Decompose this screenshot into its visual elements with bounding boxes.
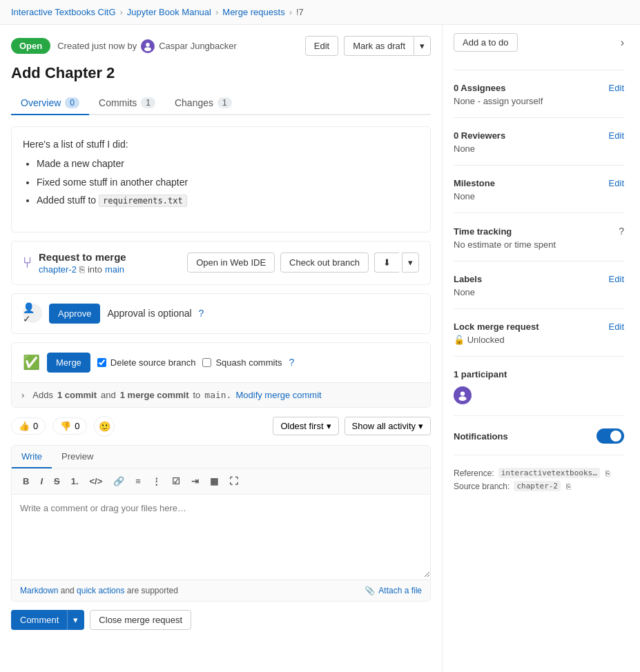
task-list-button[interactable]: ☑: [168, 474, 184, 488]
unordered-list-button[interactable]: ≡: [131, 474, 145, 488]
expand-button[interactable]: ›: [621, 37, 624, 49]
merge-info: Request to merge chapter-2 ⎘ into main: [39, 251, 126, 275]
request-to-merge-card: ⑂ Request to merge chapter-2 ⎘ into main…: [11, 241, 431, 285]
open-web-ide-button[interactable]: Open in Web IDE: [187, 253, 275, 273]
time-tracking-help-icon[interactable]: ?: [619, 226, 624, 237]
copy-source-branch-button[interactable]: ⎘: [565, 482, 572, 491]
lock-merge-section: Lock merge request Edit 🔓 Unlocked: [454, 322, 624, 357]
approval-help-icon[interactable]: ?: [199, 308, 204, 319]
check-out-branch-button[interactable]: Check out branch: [280, 253, 369, 273]
tab-commits[interactable]: Commits 1: [89, 92, 165, 115]
merge-body: ✅ Merge Delete source branch Squash comm…: [12, 343, 430, 382]
author-avatar: [141, 39, 155, 53]
write-tab[interactable]: Write: [12, 446, 52, 468]
time-tracking-section: Time tracking ? No estimate or time spen…: [454, 226, 624, 261]
attach-file-button[interactable]: 📎 Attach a file: [365, 586, 422, 595]
comment-textarea[interactable]: [12, 495, 430, 577]
numbered-list-button[interactable]: ⋮: [148, 474, 165, 488]
strikethrough-button[interactable]: S: [50, 474, 64, 488]
show-all-activity-chevron: ▾: [418, 421, 423, 431]
reference-value: interactivetextbooks…: [498, 468, 600, 478]
editor-tabs: Write Preview: [12, 446, 430, 468]
thumbs-up-button[interactable]: 👍 0: [11, 417, 46, 435]
breadcrumb-sep-3: ›: [289, 7, 292, 17]
quick-actions-link[interactable]: quick actions: [77, 586, 124, 595]
source-branch-label: Source branch:: [454, 482, 510, 491]
breadcrumb-org[interactable]: Interactive Textbooks CitG: [11, 7, 116, 17]
tab-overview[interactable]: Overview 0: [11, 92, 89, 115]
download-arrow[interactable]: ▾: [402, 253, 419, 273]
preview-tab-label: Preview: [61, 451, 93, 462]
description-list: Made a new chapter Fixed some stuff in a…: [37, 156, 419, 208]
sidebar: Add a to do › 0 Assignees Edit None - as…: [442, 25, 635, 672]
comment-button[interactable]: Comment: [11, 610, 67, 630]
breadcrumb-mrs[interactable]: Merge requests: [222, 7, 284, 17]
comment-arrow[interactable]: ▾: [67, 610, 84, 630]
close-mr-button[interactable]: Close merge request: [90, 610, 191, 630]
expand-chevron-icon[interactable]: ›: [21, 390, 24, 400]
milestone-label: Milestone: [454, 178, 495, 188]
author-name: Caspar Jungbacker: [159, 41, 237, 51]
delete-source-checkbox[interactable]: [97, 358, 106, 367]
commit-count: 1 commit: [57, 390, 97, 400]
approve-button[interactable]: Approve: [49, 304, 100, 324]
merge-button[interactable]: Merge: [47, 353, 90, 373]
milestone-edit-button[interactable]: Edit: [609, 178, 624, 188]
write-tab-label: Write: [21, 451, 42, 462]
reviewers-edit-button[interactable]: Edit: [609, 130, 624, 141]
italic-button[interactable]: I: [36, 474, 47, 488]
copy-branch-button[interactable]: ⎘: [79, 264, 85, 275]
mark-draft-button[interactable]: Mark as draft: [344, 36, 414, 56]
participants-section: 1 participant: [454, 369, 624, 416]
mark-draft-arrow[interactable]: ▾: [414, 36, 431, 56]
approve-user-icon: 👤✓: [23, 304, 42, 323]
breadcrumb-sep-1: ›: [120, 7, 123, 17]
tab-changes-count: 1: [217, 97, 232, 108]
svg-point-3: [458, 397, 466, 401]
ordered-list-button[interactable]: 1.: [67, 474, 83, 488]
oldest-first-select[interactable]: Oldest first ▾: [273, 417, 338, 435]
modify-merge-commit-link[interactable]: Modify merge commit: [235, 390, 321, 400]
squash-commits-checkbox[interactable]: [202, 358, 211, 367]
milestone-row: Milestone Edit: [454, 178, 624, 188]
toggle-slider: [597, 428, 624, 444]
page-title: Add Chapter 2: [11, 64, 431, 82]
squash-help-icon[interactable]: ?: [289, 357, 295, 368]
markdown-link[interactable]: Markdown: [20, 586, 58, 595]
footer-supported: are supported: [127, 586, 178, 595]
reference-section: Reference: interactivetextbooks… ⎘ Sourc…: [454, 468, 624, 505]
breadcrumb: Interactive Textbooks CitG › Jupyter Boo…: [0, 0, 640, 25]
copy-reference-button[interactable]: ⎘: [604, 469, 612, 477]
table-button[interactable]: ▦: [206, 474, 222, 488]
tab-changes[interactable]: Changes 1: [165, 92, 242, 115]
check-icon: ✅: [23, 354, 40, 370]
squash-commits-label[interactable]: Squash commits: [202, 357, 282, 368]
link-button[interactable]: 🔗: [109, 474, 128, 488]
code-button[interactable]: </>: [86, 474, 107, 488]
show-all-activity-select[interactable]: Show all activity ▾: [345, 417, 431, 435]
bold-button[interactable]: B: [19, 474, 33, 488]
download-button[interactable]: ⬇: [374, 253, 399, 273]
assignees-edit-button[interactable]: Edit: [609, 83, 624, 93]
breadcrumb-sep-2: ›: [215, 7, 218, 17]
lock-merge-edit-button[interactable]: Edit: [609, 322, 624, 332]
branch-to-link[interactable]: main: [105, 264, 124, 275]
notifications-label: Notifications: [454, 431, 508, 442]
delete-source-label[interactable]: Delete source branch: [97, 357, 196, 368]
merge-actions: Open in Web IDE Check out branch ⬇ ▾: [187, 253, 419, 273]
thumbs-down-button[interactable]: 👎 0: [52, 417, 87, 435]
preview-tab[interactable]: Preview: [52, 446, 103, 468]
add-todo-button[interactable]: Add a to do: [454, 33, 518, 52]
emoji-picker-button[interactable]: 🙂: [94, 416, 115, 437]
labels-edit-button[interactable]: Edit: [609, 274, 624, 284]
fullscreen-button[interactable]: ⛶: [225, 474, 242, 488]
reviewers-section: 0 Reviewers Edit None: [454, 130, 624, 166]
branch-from-link[interactable]: chapter-2: [39, 264, 77, 275]
edit-button[interactable]: Edit: [305, 36, 338, 56]
todo-row: Add a to do ›: [454, 33, 624, 52]
breadcrumb-repo[interactable]: Jupyter Book Manual: [127, 7, 211, 17]
notifications-toggle[interactable]: [597, 428, 624, 444]
thumbs-down-count: 0: [75, 421, 79, 431]
indent-button[interactable]: ⇥: [187, 474, 203, 488]
approve-card: 👤✓ Approve Approval is optional ?: [11, 293, 431, 334]
